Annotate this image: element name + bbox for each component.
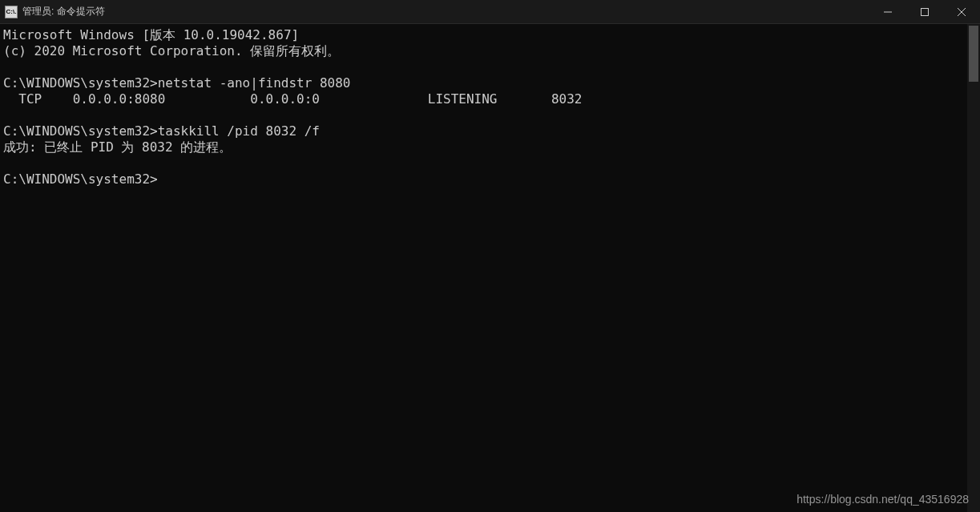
cmd-icon: C:\.	[5, 6, 18, 18]
watermark: https://blog.csdn.net/qq_43516928	[797, 493, 969, 506]
titlebar: C:\. 管理员: 命令提示符	[0, 0, 980, 24]
terminal-output[interactable]: Microsoft Windows [版本 10.0.19042.867] (c…	[0, 24, 980, 187]
scrollbar-track[interactable]	[967, 24, 980, 512]
scrollbar-thumb[interactable]	[969, 26, 978, 82]
maximize-icon	[921, 8, 929, 16]
svg-rect-0	[922, 8, 929, 15]
terminal-area: Microsoft Windows [版本 10.0.19042.867] (c…	[0, 24, 980, 512]
window-title: 管理员: 命令提示符	[22, 5, 105, 18]
maximize-button[interactable]	[906, 0, 943, 24]
close-button[interactable]	[943, 0, 980, 24]
close-icon	[958, 8, 966, 16]
minimize-button[interactable]	[869, 0, 906, 24]
minimize-icon	[884, 8, 892, 16]
